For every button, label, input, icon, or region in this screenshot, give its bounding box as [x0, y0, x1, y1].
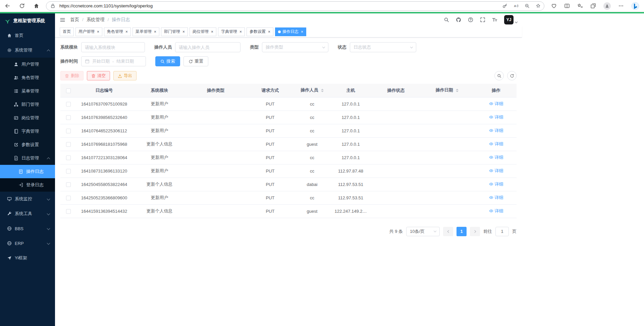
page-size-select[interactable]: 10条/页: [406, 227, 440, 236]
tab[interactable]: 部门管理 ×: [161, 27, 188, 36]
refresh-table-button[interactable]: [507, 71, 517, 80]
question-icon[interactable]: [468, 17, 473, 22]
search-button[interactable]: 搜索: [155, 56, 180, 66]
detail-link[interactable]: 详细: [489, 101, 503, 107]
favorite-star-icon[interactable]: [536, 3, 541, 8]
operator-input[interactable]: [179, 45, 237, 50]
detail-link[interactable]: 详细: [489, 141, 503, 147]
column-header[interactable]: 请求方式: [244, 84, 296, 97]
sidebar-menu-item[interactable]: 字典管理: [0, 125, 55, 138]
sidebar-menu-item[interactable]: 系统管理: [0, 43, 55, 58]
fullscreen-icon[interactable]: [480, 17, 485, 22]
detail-link[interactable]: 详细: [489, 154, 503, 160]
tab-close-icon[interactable]: ×: [125, 30, 128, 34]
sidebar-menu-item[interactable]: 角色管理: [0, 71, 55, 84]
sidebar-menu-item[interactable]: 岗位管理: [0, 111, 55, 125]
tab-close-icon[interactable]: ×: [211, 30, 213, 34]
tab-close-icon[interactable]: ×: [182, 30, 185, 34]
row-checkbox[interactable]: [66, 155, 71, 160]
next-page-button[interactable]: [470, 227, 480, 236]
column-header[interactable]: 操作日期: [419, 84, 476, 97]
module-input[interactable]: [85, 45, 141, 50]
breadcrumb-item[interactable]: 首页: [70, 17, 87, 23]
lock-icon[interactable]: [50, 3, 55, 8]
row-checkbox[interactable]: [66, 102, 71, 107]
sidebar-menu-item[interactable]: ERP: [0, 236, 55, 251]
tab[interactable]: 字典管理 ×: [218, 27, 245, 36]
sidebar-menu-item[interactable]: 系统监控: [0, 192, 55, 206]
tab[interactable]: 角色管理 ×: [104, 27, 131, 36]
row-checkbox[interactable]: [66, 115, 71, 120]
sidebar-menu-item[interactable]: Yi框架: [0, 251, 55, 265]
github-icon[interactable]: [456, 17, 461, 22]
export-button[interactable]: 导出: [113, 71, 137, 80]
row-checkbox[interactable]: [66, 142, 71, 147]
sidebar-menu-item[interactable]: 登录日志: [0, 178, 55, 192]
detail-link[interactable]: 详细: [489, 168, 503, 174]
breadcrumb-item[interactable]: 操作日志: [112, 17, 130, 23]
column-header[interactable]: 操作状态: [373, 84, 419, 97]
date-range-picker[interactable]: 开始日期 - 结束日期: [81, 56, 146, 66]
font-size-icon[interactable]: [492, 17, 497, 22]
goto-page-input[interactable]: [495, 227, 509, 236]
column-header[interactable]: 操作类型: [187, 84, 244, 97]
sidebar-menu-item[interactable]: 日志管理: [0, 151, 55, 165]
tab-close-icon[interactable]: ×: [97, 30, 99, 34]
split-screen-icon[interactable]: [564, 3, 570, 9]
more-options-icon[interactable]: [618, 3, 624, 9]
tab[interactable]: 岗位管理 ×: [190, 27, 216, 36]
clear-button[interactable]: 清空: [87, 71, 110, 80]
address-bar[interactable]: https://ccnetcore.com:1101/system/log/op…: [46, 1, 544, 11]
column-header[interactable]: 操作: [476, 84, 517, 97]
user-avatar[interactable]: YJ: [504, 15, 517, 24]
reload-icon[interactable]: [19, 3, 25, 9]
sort-icon[interactable]: [321, 87, 324, 93]
type-select[interactable]: 操作类型: [262, 42, 328, 52]
detail-link[interactable]: 详细: [489, 128, 503, 134]
row-checkbox[interactable]: [66, 209, 71, 214]
detail-link[interactable]: 详细: [489, 195, 503, 201]
sidebar-menu-item[interactable]: 操作日志: [0, 165, 55, 178]
sidebar-menu-item[interactable]: 菜单管理: [0, 84, 55, 98]
sidebar-menu-item[interactable]: 部门管理: [0, 98, 55, 111]
sidebar-menu-item[interactable]: BBS: [0, 221, 55, 236]
breadcrumb-item[interactable]: 系统管理: [87, 17, 112, 23]
search-icon[interactable]: [444, 17, 449, 22]
show-search-button[interactable]: [494, 71, 504, 80]
tab-close-icon[interactable]: ×: [301, 30, 303, 34]
tab[interactable]: 参数设置 ×: [247, 27, 273, 36]
profile-avatar-icon[interactable]: [603, 2, 611, 10]
home-icon[interactable]: [34, 3, 39, 9]
row-checkbox[interactable]: [66, 129, 71, 133]
prev-page-button[interactable]: [443, 227, 453, 236]
tab[interactable]: 用户管理 ×: [75, 27, 102, 36]
row-checkbox[interactable]: [66, 169, 71, 174]
bing-icon[interactable]: [631, 2, 639, 10]
sidebar-menu-item[interactable]: 系统工具: [0, 206, 55, 221]
browser-essentials-icon[interactable]: [551, 3, 557, 9]
favorites-bar-icon[interactable]: [577, 3, 583, 9]
collections-icon[interactable]: [590, 3, 596, 9]
tab[interactable]: 首页: [60, 27, 74, 36]
tab[interactable]: 菜单管理 ×: [132, 27, 159, 36]
sidebar-menu-item[interactable]: 参数设置: [0, 138, 55, 151]
zoom-out-icon[interactable]: [525, 3, 530, 8]
tab-close-icon[interactable]: ×: [154, 30, 156, 34]
sidebar-menu-item[interactable]: 用户管理: [0, 58, 55, 71]
read-aloud-icon[interactable]: [514, 3, 519, 8]
detail-link[interactable]: 详细: [489, 114, 503, 120]
tab-close-icon[interactable]: ×: [268, 30, 270, 34]
row-checkbox[interactable]: [66, 182, 71, 187]
back-icon[interactable]: [5, 3, 10, 9]
column-header[interactable]: 系统模块: [132, 84, 187, 97]
detail-link[interactable]: 详细: [489, 208, 503, 214]
reset-button[interactable]: 重置: [183, 56, 208, 66]
row-checkbox[interactable]: [66, 196, 71, 200]
column-header[interactable]: 操作人员: [296, 84, 328, 97]
status-select[interactable]: 日志状态: [350, 42, 416, 52]
tab[interactable]: 操作日志 ×: [275, 27, 306, 36]
sidebar-menu-item[interactable]: 首页: [0, 28, 55, 43]
hamburger-icon[interactable]: [60, 17, 65, 23]
page-number-button[interactable]: 1: [457, 227, 467, 236]
key-icon[interactable]: [502, 3, 507, 8]
